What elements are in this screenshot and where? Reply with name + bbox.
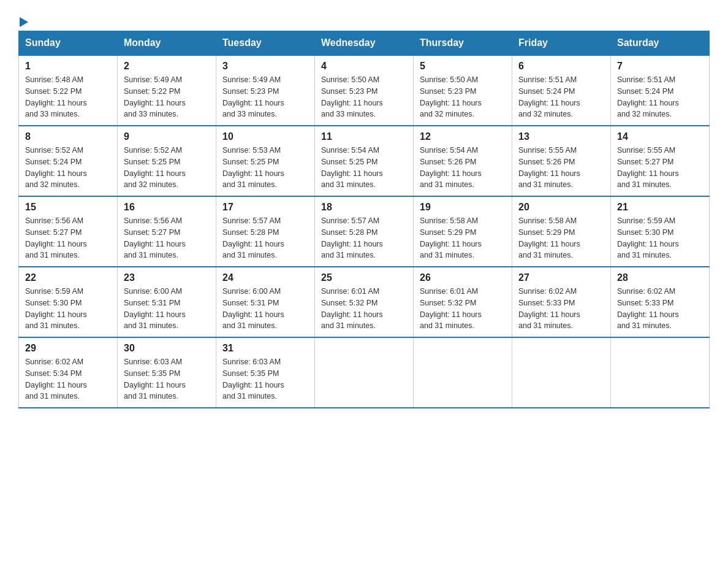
calendar-week-row: 1 Sunrise: 5:48 AMSunset: 5:22 PMDayligh… bbox=[19, 55, 710, 126]
calendar-header-sunday: Sunday bbox=[19, 31, 118, 56]
day-number: 10 bbox=[222, 131, 308, 142]
calendar-week-row: 15 Sunrise: 5:56 AMSunset: 5:27 PMDaylig… bbox=[19, 196, 710, 267]
day-number: 9 bbox=[124, 131, 210, 142]
day-number: 5 bbox=[420, 61, 506, 72]
day-number: 19 bbox=[420, 202, 506, 213]
calendar-cell: 12 Sunrise: 5:54 AMSunset: 5:26 PMDaylig… bbox=[414, 126, 512, 196]
calendar-cell: 16 Sunrise: 5:56 AMSunset: 5:27 PMDaylig… bbox=[118, 196, 216, 267]
day-info: Sunrise: 5:58 AMSunset: 5:29 PMDaylight:… bbox=[420, 215, 506, 261]
calendar-week-row: 8 Sunrise: 5:52 AMSunset: 5:24 PMDayligh… bbox=[19, 126, 710, 196]
calendar-cell: 5 Sunrise: 5:50 AMSunset: 5:23 PMDayligh… bbox=[414, 55, 512, 126]
day-info: Sunrise: 6:02 AMSunset: 5:33 PMDaylight:… bbox=[518, 286, 604, 332]
day-number: 22 bbox=[25, 272, 111, 283]
day-info: Sunrise: 5:57 AMSunset: 5:28 PMDaylight:… bbox=[222, 215, 308, 261]
day-number: 29 bbox=[25, 343, 111, 354]
calendar-cell: 13 Sunrise: 5:55 AMSunset: 5:26 PMDaylig… bbox=[512, 126, 611, 196]
calendar-header-wednesday: Wednesday bbox=[315, 31, 414, 56]
calendar-cell: 7 Sunrise: 5:51 AMSunset: 5:24 PMDayligh… bbox=[611, 55, 710, 126]
day-info: Sunrise: 5:51 AMSunset: 5:24 PMDaylight:… bbox=[617, 74, 703, 120]
calendar-cell: 28 Sunrise: 6:02 AMSunset: 5:33 PMDaylig… bbox=[611, 267, 710, 337]
calendar-header-monday: Monday bbox=[118, 31, 216, 56]
calendar-cell: 8 Sunrise: 5:52 AMSunset: 5:24 PMDayligh… bbox=[19, 126, 118, 196]
day-info: Sunrise: 5:51 AMSunset: 5:24 PMDaylight:… bbox=[518, 74, 604, 120]
day-info: Sunrise: 5:49 AMSunset: 5:22 PMDaylight:… bbox=[124, 74, 210, 120]
calendar-cell: 18 Sunrise: 5:57 AMSunset: 5:28 PMDaylig… bbox=[315, 196, 414, 267]
day-info: Sunrise: 5:59 AMSunset: 5:30 PMDaylight:… bbox=[25, 286, 111, 332]
calendar-cell: 17 Sunrise: 5:57 AMSunset: 5:28 PMDaylig… bbox=[216, 196, 315, 267]
calendar-cell: 14 Sunrise: 5:55 AMSunset: 5:27 PMDaylig… bbox=[611, 126, 710, 196]
day-info: Sunrise: 5:55 AMSunset: 5:27 PMDaylight:… bbox=[617, 145, 703, 191]
day-info: Sunrise: 5:55 AMSunset: 5:26 PMDaylight:… bbox=[518, 145, 604, 191]
day-number: 31 bbox=[222, 343, 308, 354]
day-info: Sunrise: 5:50 AMSunset: 5:23 PMDaylight:… bbox=[420, 74, 506, 120]
day-number: 2 bbox=[124, 61, 210, 72]
calendar-cell: 15 Sunrise: 5:56 AMSunset: 5:27 PMDaylig… bbox=[19, 196, 118, 267]
day-info: Sunrise: 6:01 AMSunset: 5:32 PMDaylight:… bbox=[321, 286, 407, 332]
day-info: Sunrise: 5:56 AMSunset: 5:27 PMDaylight:… bbox=[25, 215, 111, 261]
day-number: 8 bbox=[25, 131, 111, 142]
day-number: 21 bbox=[617, 202, 703, 213]
calendar-cell: 6 Sunrise: 5:51 AMSunset: 5:24 PMDayligh… bbox=[512, 55, 611, 126]
calendar-cell: 10 Sunrise: 5:53 AMSunset: 5:25 PMDaylig… bbox=[216, 126, 315, 196]
calendar-header-thursday: Thursday bbox=[414, 31, 512, 56]
day-info: Sunrise: 5:57 AMSunset: 5:28 PMDaylight:… bbox=[321, 215, 407, 261]
calendar-cell: 21 Sunrise: 5:59 AMSunset: 5:30 PMDaylig… bbox=[611, 196, 710, 267]
calendar-table: SundayMondayTuesdayWednesdayThursdayFrid… bbox=[18, 31, 710, 408]
day-info: Sunrise: 5:54 AMSunset: 5:25 PMDaylight:… bbox=[321, 145, 407, 191]
calendar-cell: 19 Sunrise: 5:58 AMSunset: 5:29 PMDaylig… bbox=[414, 196, 512, 267]
calendar-cell: 23 Sunrise: 6:00 AMSunset: 5:31 PMDaylig… bbox=[118, 267, 216, 337]
logo bbox=[18, 18, 28, 25]
calendar-cell: 24 Sunrise: 6:00 AMSunset: 5:31 PMDaylig… bbox=[216, 267, 315, 337]
day-info: Sunrise: 5:52 AMSunset: 5:24 PMDaylight:… bbox=[25, 145, 111, 191]
day-info: Sunrise: 6:02 AMSunset: 5:34 PMDaylight:… bbox=[25, 356, 111, 402]
calendar-cell: 1 Sunrise: 5:48 AMSunset: 5:22 PMDayligh… bbox=[19, 55, 118, 126]
day-number: 3 bbox=[222, 61, 308, 72]
day-info: Sunrise: 5:59 AMSunset: 5:30 PMDaylight:… bbox=[617, 215, 703, 261]
day-info: Sunrise: 5:58 AMSunset: 5:29 PMDaylight:… bbox=[518, 215, 604, 261]
calendar-header-friday: Friday bbox=[512, 31, 611, 56]
day-number: 27 bbox=[518, 272, 604, 283]
day-number: 28 bbox=[617, 272, 703, 283]
day-number: 11 bbox=[321, 131, 407, 142]
calendar-week-row: 29 Sunrise: 6:02 AMSunset: 5:34 PMDaylig… bbox=[19, 337, 710, 408]
day-number: 17 bbox=[222, 202, 308, 213]
day-number: 7 bbox=[617, 61, 703, 72]
calendar-cell bbox=[414, 337, 512, 408]
day-number: 6 bbox=[518, 61, 604, 72]
calendar-cell: 29 Sunrise: 6:02 AMSunset: 5:34 PMDaylig… bbox=[19, 337, 118, 408]
calendar-cell: 2 Sunrise: 5:49 AMSunset: 5:22 PMDayligh… bbox=[118, 55, 216, 126]
day-number: 16 bbox=[124, 202, 210, 213]
calendar-cell: 30 Sunrise: 6:03 AMSunset: 5:35 PMDaylig… bbox=[118, 337, 216, 408]
day-info: Sunrise: 5:48 AMSunset: 5:22 PMDaylight:… bbox=[25, 74, 111, 120]
calendar-cell: 4 Sunrise: 5:50 AMSunset: 5:23 PMDayligh… bbox=[315, 55, 414, 126]
calendar-cell bbox=[611, 337, 710, 408]
day-info: Sunrise: 5:50 AMSunset: 5:23 PMDaylight:… bbox=[321, 74, 407, 120]
day-number: 14 bbox=[617, 131, 703, 142]
calendar-cell bbox=[315, 337, 414, 408]
calendar-cell: 26 Sunrise: 6:01 AMSunset: 5:32 PMDaylig… bbox=[414, 267, 512, 337]
day-number: 25 bbox=[321, 272, 407, 283]
calendar-cell: 22 Sunrise: 5:59 AMSunset: 5:30 PMDaylig… bbox=[19, 267, 118, 337]
logo-arrow-icon bbox=[20, 17, 28, 27]
page-header bbox=[18, 18, 710, 25]
day-info: Sunrise: 5:52 AMSunset: 5:25 PMDaylight:… bbox=[124, 145, 210, 191]
day-info: Sunrise: 6:03 AMSunset: 5:35 PMDaylight:… bbox=[222, 356, 308, 402]
day-number: 13 bbox=[518, 131, 604, 142]
calendar-cell: 11 Sunrise: 5:54 AMSunset: 5:25 PMDaylig… bbox=[315, 126, 414, 196]
day-number: 26 bbox=[420, 272, 506, 283]
day-number: 18 bbox=[321, 202, 407, 213]
calendar-header-tuesday: Tuesday bbox=[216, 31, 315, 56]
calendar-cell: 31 Sunrise: 6:03 AMSunset: 5:35 PMDaylig… bbox=[216, 337, 315, 408]
calendar-cell bbox=[512, 337, 611, 408]
day-info: Sunrise: 6:00 AMSunset: 5:31 PMDaylight:… bbox=[222, 286, 308, 332]
day-info: Sunrise: 6:01 AMSunset: 5:32 PMDaylight:… bbox=[420, 286, 506, 332]
day-number: 1 bbox=[25, 61, 111, 72]
day-info: Sunrise: 5:54 AMSunset: 5:26 PMDaylight:… bbox=[420, 145, 506, 191]
day-info: Sunrise: 6:00 AMSunset: 5:31 PMDaylight:… bbox=[124, 286, 210, 332]
day-info: Sunrise: 5:49 AMSunset: 5:23 PMDaylight:… bbox=[222, 74, 308, 120]
day-info: Sunrise: 5:56 AMSunset: 5:27 PMDaylight:… bbox=[124, 215, 210, 261]
day-info: Sunrise: 6:02 AMSunset: 5:33 PMDaylight:… bbox=[617, 286, 703, 332]
calendar-cell: 27 Sunrise: 6:02 AMSunset: 5:33 PMDaylig… bbox=[512, 267, 611, 337]
day-info: Sunrise: 6:03 AMSunset: 5:35 PMDaylight:… bbox=[124, 356, 210, 402]
calendar-cell: 20 Sunrise: 5:58 AMSunset: 5:29 PMDaylig… bbox=[512, 196, 611, 267]
